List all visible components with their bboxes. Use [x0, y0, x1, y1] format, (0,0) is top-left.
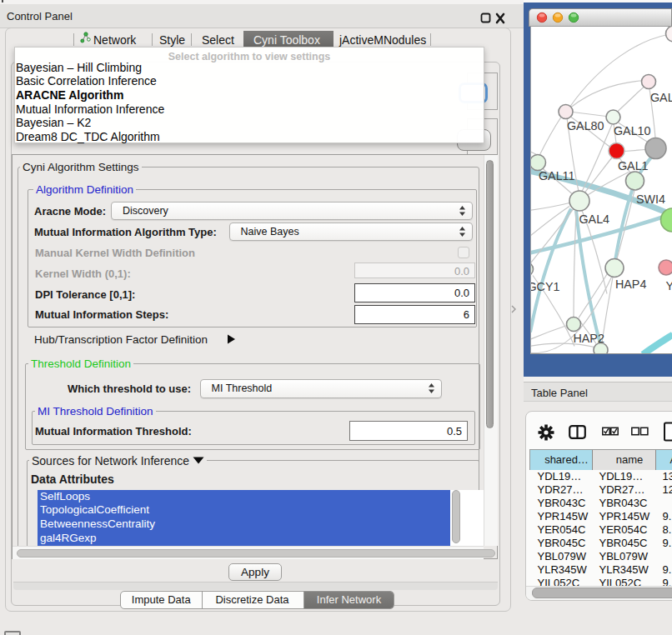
svg-text:GAL11: GAL11 [539, 168, 574, 182]
svg-text:SWI4: SWI4 [636, 192, 665, 206]
svg-text:Y: Y [666, 278, 672, 292]
svg-text:GAL10: GAL10 [614, 123, 651, 137]
svg-text:GAL4: GAL4 [579, 212, 610, 225]
svg-text:HAP2: HAP2 [574, 331, 604, 344]
svg-text:GAL1: GAL1 [618, 158, 649, 172]
svg-text:HAP4: HAP4 [615, 278, 646, 291]
svg-text:GAL80: GAL80 [567, 118, 604, 132]
svg-text:GCY1: GCY1 [531, 280, 559, 293]
svg-text:GAL2: GAL2 [650, 90, 672, 103]
